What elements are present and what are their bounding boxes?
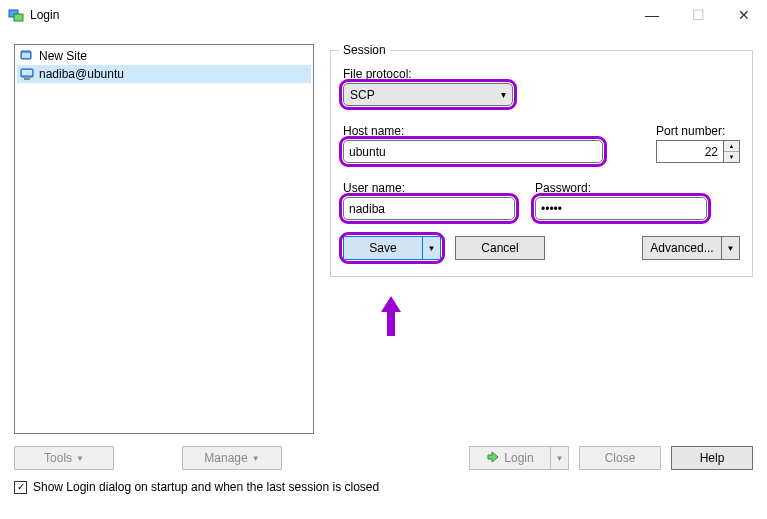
spinner-up-icon[interactable]: ▲ bbox=[724, 141, 739, 152]
svg-rect-1 bbox=[14, 14, 23, 21]
close-button-label: Close bbox=[605, 451, 636, 465]
file-protocol-value: SCP bbox=[350, 88, 375, 102]
advanced-button-label: Advanced... bbox=[650, 241, 713, 255]
computer-icon bbox=[19, 66, 35, 82]
login-dropdown-button: ▼ bbox=[551, 446, 569, 470]
close-icon: ✕ bbox=[738, 7, 750, 23]
caret-down-icon: ▼ bbox=[428, 244, 436, 253]
port-number-label: Port number: bbox=[656, 124, 740, 138]
password-input[interactable] bbox=[535, 197, 707, 220]
tree-item-label: New Site bbox=[39, 49, 87, 63]
app-icon bbox=[8, 7, 24, 23]
maximize-icon: ☐ bbox=[692, 7, 705, 23]
tools-button-label: Tools bbox=[44, 451, 72, 465]
caret-down-icon: ▼ bbox=[76, 454, 84, 463]
main-content: New Site nadiba@ubuntu Session File prot… bbox=[0, 30, 767, 440]
file-protocol-label: File protocol: bbox=[343, 67, 740, 81]
show-login-dialog-checkbox[interactable]: ✓ bbox=[14, 481, 27, 494]
tree-item-new-site[interactable]: New Site bbox=[17, 47, 311, 65]
manage-button-split: Manage ▼ bbox=[182, 446, 282, 470]
window-title: Login bbox=[30, 8, 59, 22]
tools-button: Tools ▼ bbox=[14, 446, 114, 470]
login-button: Login bbox=[469, 446, 551, 470]
login-icon bbox=[486, 450, 500, 467]
manage-button-label: Manage bbox=[204, 451, 247, 465]
site-tree[interactable]: New Site nadiba@ubuntu bbox=[14, 44, 314, 434]
cancel-button[interactable]: Cancel bbox=[455, 236, 545, 260]
password-label: Password: bbox=[535, 181, 707, 195]
user-name-input[interactable] bbox=[343, 197, 515, 220]
tree-item-label: nadiba@ubuntu bbox=[39, 67, 124, 81]
port-number-input[interactable] bbox=[656, 140, 724, 163]
manage-button: Manage ▼ bbox=[182, 446, 282, 470]
titlebar: Login — ☐ ✕ bbox=[0, 0, 767, 30]
show-login-dialog-label: Show Login dialog on startup and when th… bbox=[33, 480, 379, 494]
svg-rect-5 bbox=[22, 70, 32, 75]
caret-down-icon: ▼ bbox=[556, 454, 564, 463]
help-button[interactable]: Help bbox=[671, 446, 753, 470]
tree-item-saved-session[interactable]: nadiba@ubuntu bbox=[17, 65, 311, 83]
minimize-button[interactable]: — bbox=[629, 0, 675, 30]
cancel-button-label: Cancel bbox=[481, 241, 518, 255]
help-button-label: Help bbox=[700, 451, 725, 465]
login-button-split: Login ▼ bbox=[469, 446, 569, 470]
close-window-button[interactable]: ✕ bbox=[721, 0, 767, 30]
caret-down-icon: ▼ bbox=[252, 454, 260, 463]
tools-button-split: Tools ▼ bbox=[14, 446, 114, 470]
save-button-split: Save ▼ bbox=[343, 236, 441, 260]
caret-down-icon: ▼ bbox=[727, 244, 735, 253]
minimize-icon: — bbox=[645, 7, 659, 23]
advanced-dropdown-button[interactable]: ▼ bbox=[722, 236, 740, 260]
svg-rect-6 bbox=[24, 78, 30, 80]
host-name-label: Host name: bbox=[343, 124, 636, 138]
annotation-arrow-icon bbox=[379, 296, 403, 336]
session-panel: Session File protocol: SCP ▾ Host name: … bbox=[330, 44, 753, 440]
user-name-label: User name: bbox=[343, 181, 515, 195]
maximize-button: ☐ bbox=[675, 0, 721, 30]
chevron-down-icon: ▾ bbox=[501, 89, 506, 100]
file-protocol-select[interactable]: SCP ▾ bbox=[343, 83, 513, 106]
host-name-input[interactable] bbox=[343, 140, 603, 163]
advanced-button-split: Advanced... ▼ bbox=[642, 236, 740, 260]
session-legend: Session bbox=[339, 43, 390, 57]
save-button[interactable]: Save bbox=[343, 236, 423, 260]
svg-rect-3 bbox=[22, 53, 30, 58]
login-button-label: Login bbox=[504, 451, 533, 465]
close-button[interactable]: Close bbox=[579, 446, 661, 470]
save-dropdown-button[interactable]: ▼ bbox=[423, 236, 441, 260]
port-number-spinner[interactable]: ▲ ▼ bbox=[724, 140, 740, 163]
spinner-down-icon[interactable]: ▼ bbox=[724, 152, 739, 162]
advanced-button[interactable]: Advanced... bbox=[642, 236, 722, 260]
check-icon: ✓ bbox=[17, 482, 25, 492]
save-button-label: Save bbox=[369, 241, 396, 255]
session-group: Session File protocol: SCP ▾ Host name: … bbox=[330, 50, 753, 277]
bottom-bar: Tools ▼ Manage ▼ Login ▼ Clos bbox=[0, 440, 767, 498]
folder-icon bbox=[19, 48, 35, 64]
